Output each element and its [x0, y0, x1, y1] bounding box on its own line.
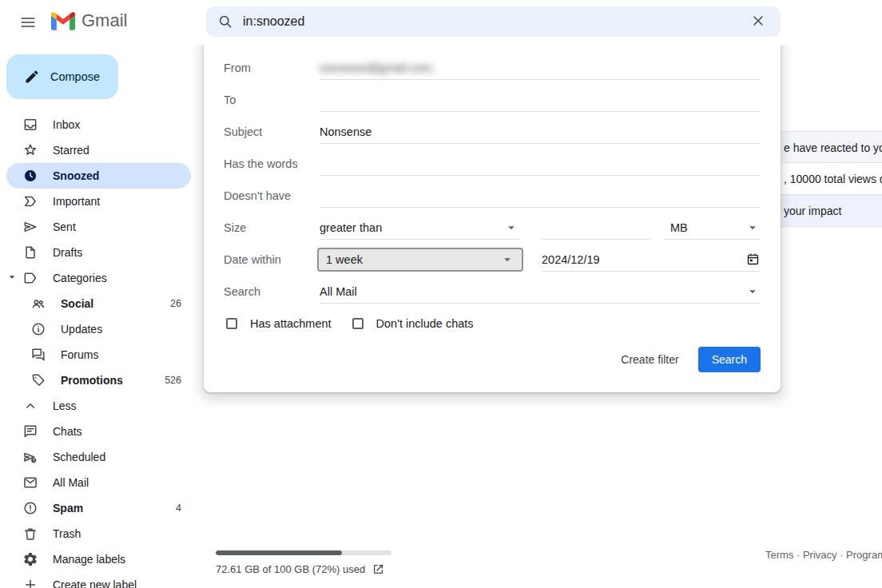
- sidebar-item-inbox[interactable]: Inbox: [6, 112, 191, 137]
- sidebar-item-label: Forums: [61, 348, 98, 361]
- main-menu-button[interactable]: [14, 11, 42, 34]
- compose-button[interactable]: Compose: [6, 54, 118, 99]
- sidebar-item-label: Drafts: [53, 246, 82, 259]
- sidebar-item-chats[interactable]: Chats: [6, 419, 191, 444]
- sidebar-item-label: Categories: [53, 272, 107, 284]
- gear-icon: [22, 551, 38, 567]
- storage-usage-text: 72.61 GB of 100 GB (72%) used: [216, 563, 365, 575]
- sidebar-item-all-mail[interactable]: All Mail: [6, 470, 191, 495]
- expand-caret-icon[interactable]: [6, 272, 18, 283]
- inbox-icon: [22, 117, 38, 133]
- unread-count: 4: [176, 503, 191, 514]
- sidebar-item-label: Updates: [61, 323, 102, 336]
- dont-include-chats-label: Don't include chats: [376, 317, 474, 330]
- date-range-value: 1 week: [326, 253, 363, 266]
- to-row: To: [224, 84, 761, 116]
- sidebar: Compose InboxStarredSnoozedImportantSent…: [0, 45, 205, 588]
- create-filter-button[interactable]: Create filter: [621, 353, 678, 366]
- clear-search-button[interactable]: [747, 10, 769, 34]
- email-snippet: , 10000 total views o: [784, 163, 882, 195]
- sidebar-item-forums[interactable]: Forums: [6, 342, 191, 368]
- footer-links[interactable]: Terms · Privacy · Program Policies: [765, 549, 882, 561]
- sidebar-item-label: All Mail: [53, 476, 89, 489]
- sidebar-item-label: Important: [53, 195, 100, 208]
- date-within-label: Date within: [224, 253, 320, 266]
- gmail-wordmark: Gmail: [81, 10, 127, 31]
- storage-meter-fill: [216, 550, 342, 555]
- sidebar-item-trash[interactable]: Trash: [6, 521, 191, 546]
- from-field[interactable]: someone@gmail.com,: [320, 56, 761, 80]
- calendar-icon[interactable]: [745, 252, 761, 267]
- close-icon: [750, 13, 766, 29]
- sidebar-item-important[interactable]: Important: [6, 189, 191, 214]
- sidebar-nav: InboxStarredSnoozedImportantSentDraftsCa…: [0, 112, 205, 588]
- sidebar-item-sent[interactable]: Sent: [6, 214, 191, 240]
- trash-icon: [22, 526, 38, 542]
- sidebar-item-label: Promotions: [61, 374, 123, 387]
- size-row: Size greater than MB: [224, 212, 761, 244]
- sidebar-item-label: Social: [61, 297, 93, 310]
- has-words-field[interactable]: [320, 152, 761, 176]
- dont-include-chats-checkbox[interactable]: [352, 318, 364, 329]
- sidebar-item-categories[interactable]: Categories: [6, 265, 191, 291]
- pencil-icon: [24, 69, 40, 85]
- date-range-select[interactable]: 1 week: [317, 248, 523, 272]
- subject-field[interactable]: Nonsense: [320, 120, 761, 144]
- size-unit-value: MB: [664, 221, 688, 234]
- size-operator-select[interactable]: greater than: [320, 216, 519, 240]
- unread-count: 26: [170, 298, 191, 309]
- has-attachment-checkbox[interactable]: [226, 318, 237, 329]
- sidebar-item-social[interactable]: Social26: [6, 291, 191, 316]
- dropdown-arrow-icon: [745, 220, 761, 236]
- sidebar-item-label: Create new label: [53, 578, 137, 588]
- size-operator-value: greater than: [320, 221, 382, 234]
- sidebar-item-create-new-label[interactable]: Create new label: [6, 572, 191, 588]
- info-icon: [30, 321, 46, 337]
- clock-filled-icon: [22, 168, 38, 184]
- gmail-m-icon: [51, 12, 75, 30]
- doesnt-have-row: Doesn't have: [224, 180, 761, 212]
- size-unit-select[interactable]: MB: [664, 216, 761, 240]
- sidebar-item-manage-labels[interactable]: Manage labels: [6, 546, 191, 572]
- search-button[interactable]: Search: [698, 347, 761, 372]
- search-scope-select[interactable]: All Mail: [320, 280, 761, 304]
- sidebar-item-snoozed[interactable]: Snoozed: [6, 163, 191, 189]
- sidebar-item-spam[interactable]: Spam4: [6, 495, 191, 521]
- to-field[interactable]: [320, 88, 761, 112]
- has-attachment-label: Has attachment: [250, 317, 332, 330]
- search-icon[interactable]: [217, 14, 233, 30]
- doesnt-have-field[interactable]: [320, 184, 761, 208]
- send-icon: [22, 219, 38, 235]
- chevron-up-icon: [22, 398, 38, 414]
- draft-icon: [22, 244, 38, 260]
- search-scope-value: All Mail: [320, 285, 357, 298]
- hamburger-icon: [19, 14, 37, 31]
- people-icon: [30, 296, 46, 312]
- has-words-label: Has the words: [224, 157, 320, 170]
- search-bar[interactable]: in:snoozed: [206, 6, 781, 37]
- subject-value: Nonsense: [320, 125, 371, 138]
- sidebar-item-scheduled[interactable]: Scheduled: [6, 444, 191, 470]
- search-input[interactable]: in:snoozed: [243, 14, 747, 29]
- sidebar-item-starred[interactable]: Starred: [6, 137, 191, 163]
- sidebar-item-label: Manage labels: [53, 553, 125, 566]
- sidebar-item-label: Starred: [53, 144, 89, 157]
- sidebar-item-promotions[interactable]: Promotions526: [6, 368, 191, 393]
- dropdown-arrow-icon: [503, 220, 519, 236]
- important-icon: [22, 193, 38, 209]
- storage-section: 72.61 GB of 100 GB (72%) used: [216, 550, 391, 576]
- sidebar-item-updates[interactable]: Updates: [6, 316, 191, 342]
- sidebar-item-drafts[interactable]: Drafts: [6, 240, 191, 265]
- size-amount-input[interactable]: [542, 216, 650, 240]
- date-input[interactable]: 2024/12/19: [542, 248, 761, 272]
- sidebar-item-less[interactable]: Less: [6, 393, 191, 419]
- dropdown-arrow-icon: [745, 284, 761, 300]
- storage-meter: [216, 550, 391, 555]
- mail-icon: [22, 475, 38, 491]
- sidebar-item-label: Trash: [53, 527, 81, 540]
- email-snippet: your impact: [784, 195, 841, 227]
- compose-label: Compose: [50, 70, 100, 83]
- search-scope-row: Search All Mail: [224, 276, 761, 308]
- open-in-new-icon[interactable]: [371, 562, 385, 576]
- sidebar-item-label: Snoozed: [53, 169, 99, 182]
